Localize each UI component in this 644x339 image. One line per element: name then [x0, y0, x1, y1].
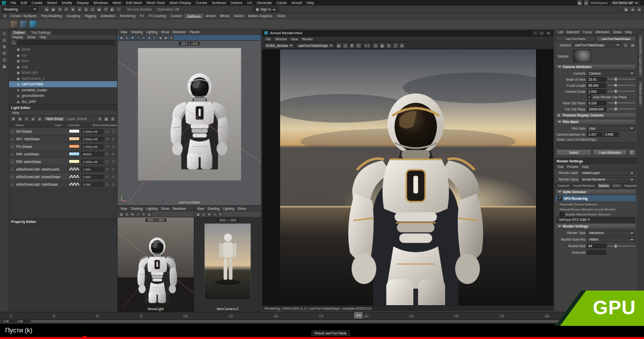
- viewport-toolbar-icon[interactable]: ◨: [158, 35, 163, 40]
- viewport-menu-item[interactable]: View: [119, 30, 129, 34]
- renderview-menu-item[interactable]: File: [264, 37, 273, 41]
- toolbar-icon[interactable]: ▣: [96, 7, 102, 12]
- renderview-menu-item[interactable]: Render: [300, 37, 314, 41]
- viewport-toolbar-icon[interactable]: ☀: [218, 212, 223, 216]
- samples-icon[interactable]: [111, 152, 116, 156]
- samples-icon[interactable]: [111, 144, 116, 149]
- samples-icon[interactable]: [111, 129, 116, 134]
- renderview-icon[interactable]: ⊡: [373, 43, 379, 48]
- viewport-menu-item[interactable]: Shading: [130, 30, 144, 34]
- renderview-menu-item[interactable]: View: [289, 37, 299, 41]
- time-slider[interactable]: 0255075100125150175200225250275300325350…: [0, 312, 644, 318]
- anim-start-field[interactable]: [2, 319, 15, 323]
- menu-item[interactable]: Edit: [19, 1, 29, 5]
- near-clip-slider[interactable]: [608, 102, 635, 103]
- film-gate-select[interactable]: User: [587, 126, 635, 131]
- render-settings-menu-item[interactable]: Edit: [556, 165, 565, 168]
- tab-tool-settings[interactable]: Tool Settings: [28, 30, 53, 35]
- section-camera-attributes[interactable]: Camera Attributes: [556, 64, 636, 70]
- menu-item[interactable]: Surfaces: [209, 1, 228, 5]
- zoom-level-button[interactable]: 1:1: [363, 43, 371, 48]
- workspace-select[interactable]: Sol Demo alt*: [610, 1, 640, 5]
- angle-of-view-slider[interactable]: [608, 79, 635, 80]
- outliner-item[interactable]: ▧ groundStandIn: [9, 93, 117, 99]
- shelf-tab[interactable]: Bifrost: [218, 14, 232, 18]
- viewport-menu-item[interactable]: View: [196, 207, 205, 210]
- render-settings-tab[interactable]: Arnold Renderer: [572, 183, 597, 188]
- section-optix-denoiser[interactable]: Optix Denoiser: [556, 189, 636, 195]
- gpu-rendering-checkbox[interactable]: [558, 196, 562, 201]
- light-intensity-field[interactable]: 2.500: [81, 175, 103, 179]
- light-color-swatch[interactable]: [69, 129, 80, 133]
- viewport-menu-item[interactable]: Lighting: [145, 207, 158, 210]
- light-editor-icon[interactable]: ✚: [11, 116, 16, 122]
- symmetry-selector[interactable]: Symmetry: Off: [157, 8, 179, 11]
- tab-camturntableshape[interactable]: camTurnTableShape: [596, 36, 636, 41]
- auto-render-clip-checkbox[interactable]: [587, 95, 592, 99]
- outliner-item[interactable]: ▦ camTurnTable: [9, 81, 117, 87]
- menu-item[interactable]: Help: [304, 1, 316, 5]
- viewport-toolbar-icon[interactable]: ▤: [147, 35, 151, 40]
- shelf-item-icon[interactable]: [20, 20, 28, 28]
- light-intensity-field[interactable]: 50000: [81, 152, 103, 156]
- near-clip-field[interactable]: 0.100: [587, 101, 606, 105]
- copy-tab-button[interactable]: C: [628, 149, 635, 156]
- light-intensity-field[interactable]: 1.000e+06: [81, 129, 103, 134]
- viewport-toolbar-icon[interactable]: ◐: [152, 35, 157, 40]
- samples-icon[interactable]: [111, 182, 116, 187]
- shelf-tab[interactable]: Motion Graphics: [246, 14, 275, 18]
- light-row[interactable]: RIM_warmShape 1.000e+05: [9, 158, 117, 165]
- renderview-icon[interactable]: ↻: [356, 43, 361, 48]
- renderview-icon[interactable]: ◑: [393, 43, 398, 48]
- render-camera-select[interactable]: camTurnTableShape: [296, 43, 335, 48]
- render-settings-menu-item[interactable]: Presets: [565, 165, 579, 168]
- tool-icon[interactable]: ▦: [2, 64, 7, 69]
- shelf-tab[interactable]: Poly Modeling: [39, 14, 64, 18]
- tab-outliner[interactable]: Outliner: [10, 30, 28, 35]
- viewport-canvas[interactable]: 1500 x 1500 MoveLight: [118, 217, 194, 312]
- light-editor-icon[interactable]: ◈: [30, 116, 36, 122]
- load-attributes-button[interactable]: Load Attributes: [593, 149, 628, 156]
- viewport-menu-item[interactable]: Show: [237, 207, 247, 210]
- samples-icon[interactable]: [111, 137, 116, 141]
- enable-manual-device-row[interactable]: Enable Manual Device Selection: [555, 211, 637, 216]
- angle-of-view-field[interactable]: 23.91: [587, 77, 606, 82]
- section-film-back[interactable]: Film Back: [556, 119, 636, 125]
- samples-icon[interactable]: [111, 159, 116, 164]
- menu-item[interactable]: UV: [245, 1, 254, 5]
- shelf-tab[interactable]: Curves / Surfaces: [8, 14, 38, 18]
- aperture-y-field[interactable]: 0.945: [604, 132, 619, 137]
- shelf-tab[interactable]: SolDemo: [185, 14, 203, 19]
- viewport-menu-item[interactable]: View: [119, 207, 129, 210]
- light-row[interactable]: RIM_coolShape 50000: [9, 150, 117, 158]
- window-control-button[interactable]: ✕: [546, 31, 551, 35]
- attribute-editor-menu-item[interactable]: Attributes: [594, 30, 611, 34]
- viewport-menu-item[interactable]: Lighting: [222, 207, 235, 210]
- outliner-item[interactable]: ▦ top: [9, 52, 117, 59]
- menu-item[interactable]: Arnold: [289, 1, 304, 5]
- video-scrubber-dot[interactable]: [83, 336, 87, 339]
- tool-icon[interactable]: ⟲: [2, 50, 7, 56]
- samples-icon[interactable]: [111, 175, 116, 179]
- exposure-icon[interactable]: [105, 144, 110, 149]
- renderview-icon[interactable]: ☀: [386, 43, 392, 48]
- light-row[interactable]: aiSkyDomeLight_warehouseS... 1.500: [9, 165, 117, 173]
- menu-item[interactable]: Select: [45, 1, 60, 5]
- viewport-toolbar-icon[interactable]: ◫: [125, 212, 129, 216]
- samples-icon[interactable]: [111, 167, 116, 172]
- viewport-toolbar-icon[interactable]: ⊡: [169, 35, 174, 40]
- light-color-swatch[interactable]: [69, 182, 80, 186]
- toolbar-icon[interactable]: ◧: [110, 7, 115, 12]
- light-intensity-field[interactable]: 1.500: [81, 167, 103, 172]
- renderview-icon[interactable]: ▦: [380, 43, 385, 48]
- overscan-field[interactable]: [587, 250, 606, 255]
- menu-set-selector[interactable]: Modeling: [2, 7, 38, 12]
- toolbar-icon[interactable]: ▦: [50, 7, 56, 12]
- light-row[interactable]: KEYShape 1.000e+06: [9, 128, 117, 135]
- light-editor-icon[interactable]: ⊕: [37, 116, 42, 122]
- viewport-menu-item[interactable]: Shading: [130, 207, 144, 210]
- attribute-editor-menu-item[interactable]: Selected: [565, 30, 581, 34]
- shelf-tab[interactable]: Rendering: [118, 14, 137, 18]
- light-row[interactable]: FILLShape 1.000e+05: [9, 143, 117, 150]
- shelf-tab[interactable]: FX Caching: [147, 14, 168, 18]
